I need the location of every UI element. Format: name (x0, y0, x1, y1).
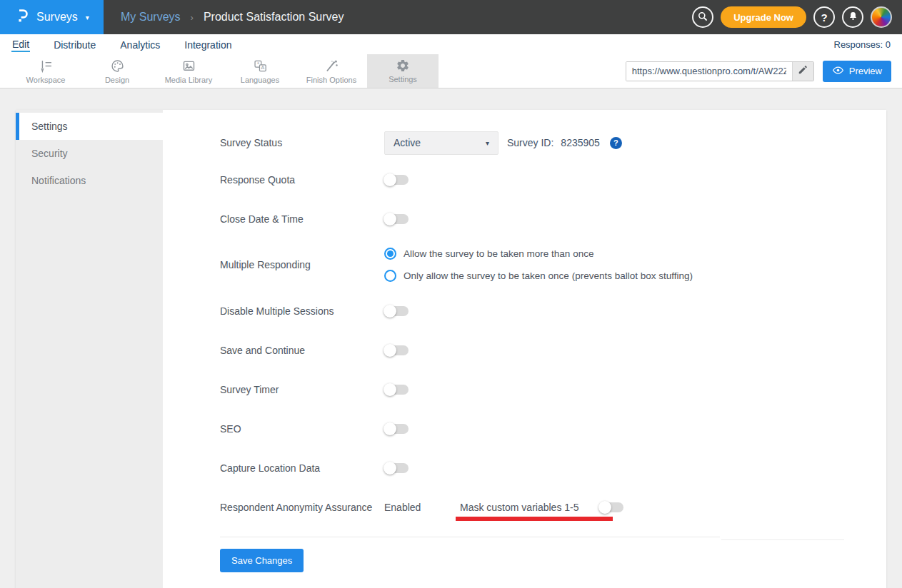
radio-option-once[interactable]: Only allow the survey to be taken once (… (384, 270, 693, 282)
toggle-knob (384, 173, 396, 186)
save-continue-toggle[interactable] (384, 345, 409, 355)
gear-icon (396, 59, 410, 73)
anonymity-status: Enabled (384, 502, 460, 513)
sidebar-item-notifications[interactable]: Notifications (16, 167, 163, 194)
survey-timer-toggle[interactable] (384, 385, 409, 395)
preview-button[interactable]: Preview (823, 61, 891, 82)
finish-options-label: Finish Options (306, 76, 356, 84)
anonymity-row: Respondent Anonymity Assurance Enabled M… (220, 487, 865, 527)
toolbar-settings[interactable]: Settings (367, 54, 439, 88)
sidebar-security-label: Security (31, 148, 68, 159)
product-switcher[interactable]: Surveys ▾ (0, 0, 104, 34)
search-icon (697, 11, 708, 24)
toolbar-media-library[interactable]: Media Library (153, 54, 224, 88)
radio-option-multiple[interactable]: Allow the survey to be taken more than o… (384, 248, 693, 260)
toolbar-workspace[interactable]: Workspace (10, 54, 81, 88)
disable-sessions-row: Disable Multiple Sessions (220, 291, 865, 330)
toggle-knob (384, 344, 396, 357)
settings-label: Settings (389, 75, 417, 83)
survey-id-help-icon[interactable]: ? (610, 137, 622, 149)
toolbar-finish-options[interactable]: Finish Options (296, 54, 367, 88)
survey-url-input[interactable] (626, 62, 792, 81)
breadcrumb-separator: › (191, 12, 194, 23)
tab-edit[interactable]: Edit (11, 37, 30, 52)
settings-content: Survey Status Active ▾ Survey ID: 823590… (163, 110, 886, 588)
survey-status-value: Active (394, 137, 421, 148)
response-quota-label: Response Quota (220, 174, 384, 186)
toggle-knob (384, 462, 396, 475)
tab-distribute[interactable]: Distribute (53, 38, 96, 51)
bell-icon (848, 11, 858, 24)
anonymity-label: Respondent Anonymity Assurance (220, 502, 384, 513)
chevron-down-icon: ▾ (486, 139, 489, 147)
image-icon (181, 59, 196, 74)
eye-icon (832, 66, 844, 76)
upgrade-now-button[interactable]: Upgrade Now (721, 6, 806, 28)
toggle-knob (384, 305, 396, 318)
disable-sessions-label: Disable Multiple Sessions (220, 305, 384, 317)
pencil-icon (798, 65, 808, 78)
survey-nav: Edit Distribute Analytics Integration Re… (0, 34, 902, 54)
sidebar-notifications-label: Notifications (31, 175, 86, 186)
radio-selected-icon (384, 248, 396, 260)
product-name: Surveys (36, 11, 78, 24)
close-date-toggle[interactable] (384, 214, 409, 224)
capture-location-toggle[interactable] (384, 463, 409, 473)
svg-text:*: * (256, 61, 259, 67)
capture-location-label: Capture Location Data (220, 462, 384, 474)
edit-url-button[interactable] (792, 62, 813, 81)
mask-variables-group: Mask custom variables 1-5 (460, 502, 623, 513)
radio-option-multiple-label: Allow the survey to be taken more than o… (404, 248, 593, 259)
divider-line (721, 539, 844, 540)
chevron-down-icon: ▾ (86, 14, 89, 21)
survey-id-label: Survey ID: (507, 137, 553, 148)
survey-status-select[interactable]: Active ▾ (384, 131, 498, 155)
radio-option-once-label: Only allow the survey to be taken once (… (404, 270, 693, 281)
tab-integration[interactable]: Integration (184, 38, 232, 51)
save-continue-label: Save and Continue (220, 345, 384, 356)
user-avatar[interactable] (871, 6, 892, 28)
seo-row: SEO (220, 409, 865, 448)
responses-count: Responses: 0 (834, 39, 891, 50)
help-button[interactable]: ? (813, 6, 835, 28)
toolbar-languages[interactable]: * A Languages (224, 54, 296, 88)
response-quota-row: Response Quota (220, 160, 865, 199)
close-date-label: Close Date & Time (220, 213, 384, 225)
edit-toolbar: Workspace Design Media Library (0, 54, 902, 88)
tab-analytics[interactable]: Analytics (119, 38, 161, 51)
sidebar-item-security[interactable]: Security (16, 140, 163, 167)
highlight-underline (456, 517, 613, 521)
toggle-knob (598, 501, 611, 514)
workspace-icon (39, 59, 54, 74)
survey-id-group: Survey ID: 8235905 (507, 137, 600, 148)
toggle-knob (384, 213, 396, 225)
save-continue-row: Save and Continue (220, 330, 865, 370)
languages-label: Languages (241, 76, 279, 84)
toolbar-design[interactable]: Design (81, 54, 153, 88)
breadcrumb-my-surveys[interactable]: My Surveys (121, 11, 181, 24)
response-quota-toggle[interactable] (384, 175, 409, 185)
disable-sessions-toggle[interactable] (384, 306, 409, 316)
close-date-row: Close Date & Time (220, 199, 865, 238)
survey-timer-label: Survey Timer (220, 384, 384, 395)
search-button[interactable] (692, 6, 713, 28)
translate-icon: * A (253, 59, 268, 74)
media-library-label: Media Library (165, 76, 213, 84)
multiple-responding-row: Multiple Responding Allow the survey to … (220, 238, 865, 291)
toggle-knob (384, 422, 396, 435)
survey-status-row: Survey Status Active ▾ Survey ID: 823590… (220, 126, 865, 160)
notifications-button[interactable] (842, 6, 863, 28)
survey-id-value: 8235905 (561, 137, 600, 148)
content-divider (220, 537, 720, 537)
sidebar-settings-label: Settings (31, 121, 68, 132)
sidebar-item-settings[interactable]: Settings (16, 113, 163, 140)
multiple-responding-options: Allow the survey to be taken more than o… (384, 248, 693, 282)
settings-panel: Settings Security Notifications Survey S… (16, 110, 886, 588)
palette-icon (110, 59, 125, 74)
settings-sidebar: Settings Security Notifications (16, 110, 163, 588)
breadcrumb-survey-title: Product Satisfaction Survey (204, 11, 344, 24)
mask-variables-toggle[interactable] (599, 502, 623, 512)
multiple-responding-label: Multiple Responding (220, 259, 384, 270)
save-changes-button[interactable]: Save Changes (220, 549, 304, 572)
seo-toggle[interactable] (384, 424, 409, 434)
